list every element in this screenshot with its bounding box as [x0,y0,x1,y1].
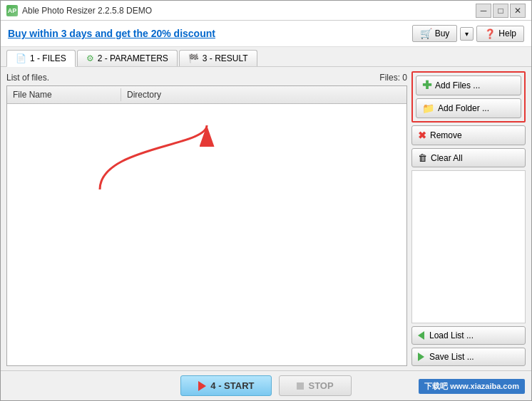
header: Buy within 3 days and get the 20% discou… [1,21,531,47]
list-label: List of files. [6,73,49,83]
header-buttons: 🛒 Buy ▾ ❓ Help [412,25,524,42]
tab-result-label: 3 - RESULT [203,53,248,63]
col-filename: File Name [7,88,121,101]
clear-all-button[interactable]: 🗑 Clear All [411,148,526,167]
files-tab-icon: 📄 [16,53,26,63]
close-button[interactable]: ✕ [510,4,526,18]
help-button[interactable]: ❓ Help [476,26,524,42]
remove-icon: ✖ [418,130,426,141]
tab-parameters[interactable]: ⚙ 2 - PARAMETERS [77,50,178,66]
add-files-icon: ✚ [422,80,431,91]
window-title: Able Photo Resizer 2.2.5.8 DEMO [22,6,476,16]
save-list-icon [418,353,424,361]
file-table: File Name Directory [6,85,407,366]
app-icon: AP [6,5,18,16]
start-button[interactable]: 4 - START [180,375,272,396]
stop-icon [297,382,304,390]
tab-bar: 📄 1 - FILES ⚙ 2 - PARAMETERS 🏁 3 - RESUL… [1,47,531,67]
start-icon [198,381,206,391]
titlebar: AP Able Photo Resizer 2.2.5.8 DEMO ─ □ ✕ [1,1,531,21]
cart-icon: 🛒 [420,28,432,39]
thumbnail-preview [411,170,526,323]
app-window: AP Able Photo Resizer 2.2.5.8 DEMO ─ □ ✕… [0,0,532,401]
arrow-indicator [78,118,235,206]
file-list-area: List of files. Files: 0 File Name Direct… [6,71,407,366]
save-list-button[interactable]: Save List ... [411,348,526,366]
remove-button[interactable]: ✖ Remove [411,125,526,145]
right-panel: ✚ Add Files ... 📁 Add Folder ... ✖ Remov… [411,71,526,366]
add-folder-button[interactable]: 📁 Add Folder ... [416,98,521,118]
discount-link[interactable]: Buy within 3 days and get the 20% discou… [8,28,215,39]
add-buttons-group: ✚ Add Files ... 📁 Add Folder ... [411,71,526,123]
files-count: Files: 0 [379,73,407,83]
maximize-button[interactable]: □ [493,4,508,18]
window-controls: ─ □ ✕ [476,4,526,18]
buy-button[interactable]: 🛒 Buy [412,25,458,42]
watermark: 下载吧 www.xiazaiba.com [419,379,525,394]
file-table-header: File Name Directory [7,86,406,104]
main-content: List of files. Files: 0 File Name Direct… [1,67,531,370]
result-tab-icon: 🏁 [188,53,199,63]
tab-params-label: 2 - PARAMETERS [98,53,168,63]
add-files-button[interactable]: ✚ Add Files ... [416,75,521,95]
stop-button[interactable]: STOP [279,375,351,396]
clear-icon: 🗑 [418,152,427,163]
params-tab-icon: ⚙ [86,53,94,63]
tab-files-label: 1 - FILES [30,53,66,63]
tab-result[interactable]: 🏁 3 - RESULT [179,50,257,66]
load-list-icon [418,331,424,340]
buy-dropdown-button[interactable]: ▾ [460,27,474,41]
col-directory: Directory [121,88,406,101]
load-list-button[interactable]: Load List ... [411,326,526,345]
add-folder-icon: 📁 [422,103,434,114]
file-list-info: List of files. Files: 0 [6,71,407,85]
help-icon: ❓ [484,28,496,39]
file-table-body [7,104,406,365]
tab-files[interactable]: 📄 1 - FILES [6,50,76,67]
minimize-button[interactable]: ─ [476,4,491,18]
bottom-bar: 4 - START STOP 下载吧 www.xiazaiba.com [1,370,531,400]
